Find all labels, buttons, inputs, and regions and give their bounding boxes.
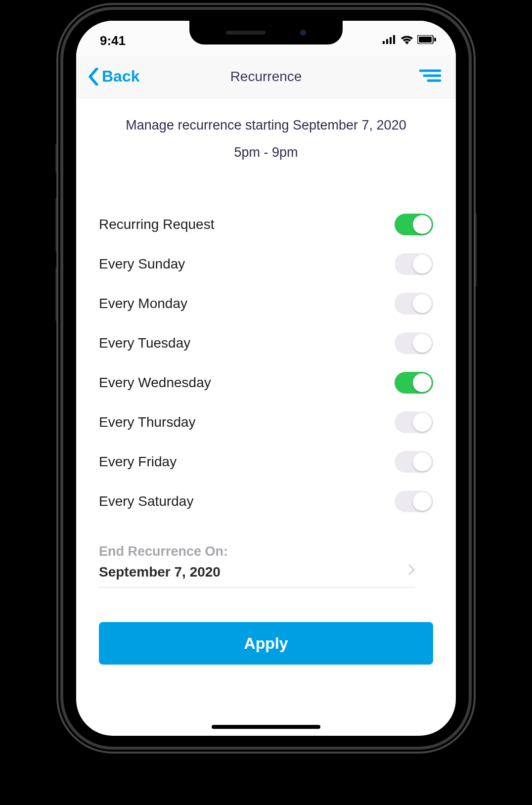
status-icons bbox=[383, 30, 436, 46]
back-button[interactable]: Back bbox=[88, 67, 140, 86]
wifi-icon bbox=[400, 35, 413, 46]
toggle-label: Every Thursday bbox=[99, 414, 196, 430]
toggle-switch[interactable] bbox=[395, 491, 433, 512]
status-time: 9:41 bbox=[96, 28, 126, 48]
recurrence-start-text: Manage recurrence starting September 7, … bbox=[99, 118, 433, 133]
toggle-row: Every Friday bbox=[99, 442, 433, 482]
nav-bar: Back Recurrence bbox=[76, 55, 456, 98]
menu-lines-icon bbox=[419, 69, 441, 83]
toggle-switch[interactable] bbox=[395, 411, 433, 433]
toggle-row: Every Thursday bbox=[99, 402, 433, 442]
toggle-label: Every Wednesday bbox=[99, 375, 211, 391]
toggle-switch[interactable] bbox=[395, 253, 433, 275]
toggle-label: Every Friday bbox=[99, 454, 177, 470]
toggle-switch[interactable] bbox=[395, 293, 433, 314]
menu-button[interactable] bbox=[419, 69, 441, 85]
apply-label: Apply bbox=[244, 634, 288, 653]
svg-rect-0 bbox=[383, 41, 385, 44]
toggle-row: Every Saturday bbox=[99, 482, 433, 521]
toggle-row: Every Wednesday bbox=[99, 363, 433, 402]
time-range-text: 5pm - 9pm bbox=[99, 145, 433, 160]
svg-rect-6 bbox=[434, 38, 436, 42]
toggle-row: Every Monday bbox=[99, 284, 433, 323]
notch bbox=[189, 21, 343, 45]
toggle-label: Every Monday bbox=[99, 296, 187, 312]
svg-rect-5 bbox=[419, 37, 432, 43]
toggle-label: Every Tuesday bbox=[99, 335, 190, 351]
toggle-switch[interactable] bbox=[395, 332, 433, 354]
content: Manage recurrence starting September 7, … bbox=[76, 98, 456, 665]
chevron-right-icon bbox=[408, 564, 415, 577]
end-recurrence-field[interactable]: End Recurrence On: September 7, 2020 bbox=[99, 544, 415, 587]
svg-rect-1 bbox=[386, 39, 388, 44]
toggle-label: Recurring Request bbox=[99, 217, 214, 232]
end-recurrence-value: September 7, 2020 bbox=[99, 564, 415, 580]
toggle-row: Every Sunday bbox=[99, 244, 433, 284]
toggle-label: Every Sunday bbox=[99, 256, 185, 272]
toggle-row: Recurring Request bbox=[99, 205, 433, 244]
toggle-row: Every Tuesday bbox=[99, 323, 433, 363]
svg-rect-2 bbox=[390, 37, 392, 44]
toggle-switch[interactable] bbox=[395, 214, 433, 235]
page-title: Recurrence bbox=[230, 69, 302, 85]
end-recurrence-label: End Recurrence On: bbox=[99, 544, 415, 559]
apply-button[interactable]: Apply bbox=[99, 622, 433, 665]
screen: 9:41 bbox=[76, 21, 456, 736]
battery-icon bbox=[417, 35, 436, 46]
back-label: Back bbox=[102, 67, 140, 86]
svg-rect-3 bbox=[393, 35, 395, 44]
cellular-icon bbox=[383, 35, 397, 46]
toggle-label: Every Saturday bbox=[99, 493, 193, 509]
home-indicator[interactable] bbox=[212, 725, 320, 729]
toggle-switch[interactable] bbox=[395, 372, 433, 394]
toggle-switch[interactable] bbox=[395, 451, 433, 473]
phone-frame: 9:41 bbox=[63, 10, 469, 747]
chevron-left-icon bbox=[88, 68, 100, 86]
